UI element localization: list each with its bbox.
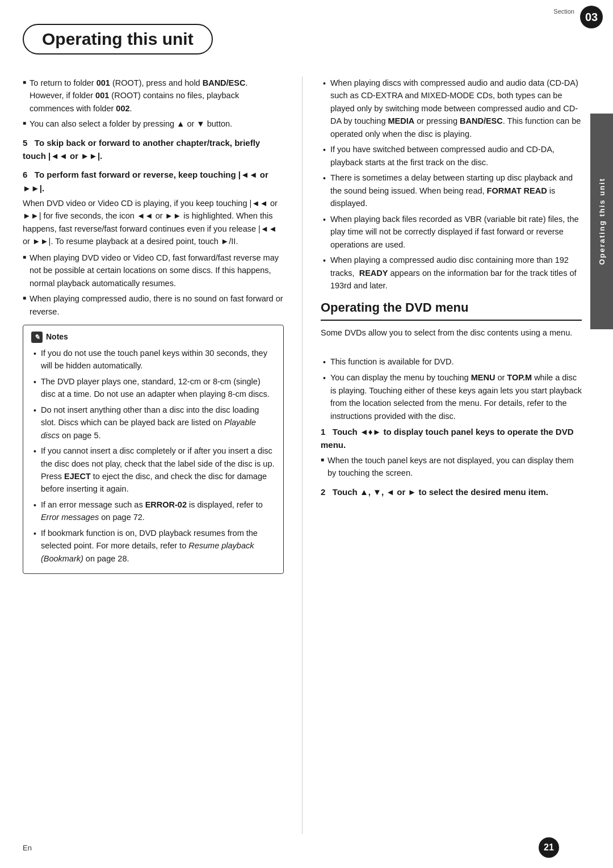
right-bullet-5: • When playing a compressed audio disc c… — [321, 254, 582, 292]
dvd-step1: 1 Touch ◄♦► to display touch panel keys … — [321, 425, 582, 479]
sq-icon-6-2: ■ — [23, 293, 26, 303]
right-bullet-3: • There is sometimes a delay between sta… — [321, 171, 582, 209]
intro-text-block: ■ To return to folder 001 (ROOT), press … — [23, 77, 284, 131]
footer-page-box: 21 — [539, 837, 559, 858]
section6-para1: When DVD video or Video CD is playing, i… — [23, 197, 284, 248]
notes-icon: ✎ — [31, 332, 43, 343]
section-label: Section — [553, 8, 574, 15]
notes-title: ✎ Notes — [31, 331, 275, 343]
right-bullet-2: • If you have switched between compresse… — [321, 143, 582, 169]
note-item-2: • The DVD player plays one, standard, 12… — [31, 375, 275, 401]
note-item-3: • Do not insert anything other than a di… — [31, 404, 275, 442]
right-bullet-1: • When playing discs with compressed aud… — [321, 77, 582, 140]
note-item-6: • If bookmark function is on, DVD playba… — [31, 527, 275, 565]
intro-bullet-1: ■ To return to folder 001 (ROOT), press … — [23, 77, 284, 115]
note-item-1: • If you do not use the touch panel keys… — [31, 347, 275, 372]
sq-icon-6-1: ■ — [23, 253, 26, 262]
right-bullets-block: • When playing discs with compressed aud… — [321, 77, 582, 292]
footer-lang: En — [23, 844, 32, 852]
right-column: • When playing discs with compressed aud… — [321, 77, 582, 834]
column-divider — [302, 77, 303, 834]
section-number: 03 — [580, 6, 603, 28]
dvd-step2-full: 2 Touch ▲, ▼, ◄ or ► to select the desir… — [321, 485, 582, 498]
page-title: Operating this unit — [42, 30, 194, 49]
section6-block: 6 To perform fast forward or reverse, ke… — [23, 168, 284, 318]
page-title-container: Operating this unit — [23, 24, 295, 54]
page-number: 21 — [539, 837, 559, 858]
main-content: ■ To return to folder 001 (ROOT), press … — [23, 77, 582, 834]
dvd-section: Operating the DVD menu Some DVDs allow y… — [321, 298, 582, 498]
dvd-step2-full-heading: 2 Touch ▲, ▼, ◄ or ► to select the desir… — [321, 485, 582, 498]
section6-bullet2: ■ When playing compressed audio, there i… — [23, 292, 284, 318]
note-item-5: • If an error message such as ERROR-02 i… — [31, 498, 275, 524]
left-column: ■ To return to folder 001 (ROOT), press … — [23, 77, 284, 834]
footer: En 21 — [0, 837, 582, 858]
section6-bullet1: ■ When playing DVD video or Video CD, fa… — [23, 251, 284, 290]
square-bullet-icon-1: ■ — [23, 78, 26, 87]
dvd-bullet-2: • You can display the menu by touching M… — [321, 371, 582, 422]
sidebar-label: Operating this unit — [590, 114, 613, 329]
notes-box: ✎ Notes • If you do not use the touch pa… — [23, 325, 284, 574]
dvd-bullet-1: • This function is available for DVD. — [321, 355, 582, 369]
note-item-4: • If you cannot insert a disc completely… — [31, 445, 275, 496]
dvd-step1-heading: 1 Touch ◄♦► to display touch panel keys … — [321, 425, 582, 452]
dvd-intro: Some DVDs allow you to select from the d… — [321, 326, 582, 339]
section5-block: 5 To skip back or forward to another cha… — [23, 136, 284, 163]
dvd-section-title: Operating the DVD menu — [321, 298, 582, 321]
right-bullet-4: • When playing back files recorded as VB… — [321, 213, 582, 251]
page-title-box: Operating this unit — [23, 24, 213, 54]
dvd-step1-body: ■ When the touch panel keys are not disp… — [321, 454, 582, 480]
section6-heading: 6 To perform fast forward or reverse, ke… — [23, 168, 284, 195]
square-bullet-icon-2: ■ — [23, 119, 26, 128]
intro-bullet-2: ■ You can also select a folder by pressi… — [23, 118, 284, 130]
section5-heading: 5 To skip back or forward to another cha… — [23, 136, 284, 163]
